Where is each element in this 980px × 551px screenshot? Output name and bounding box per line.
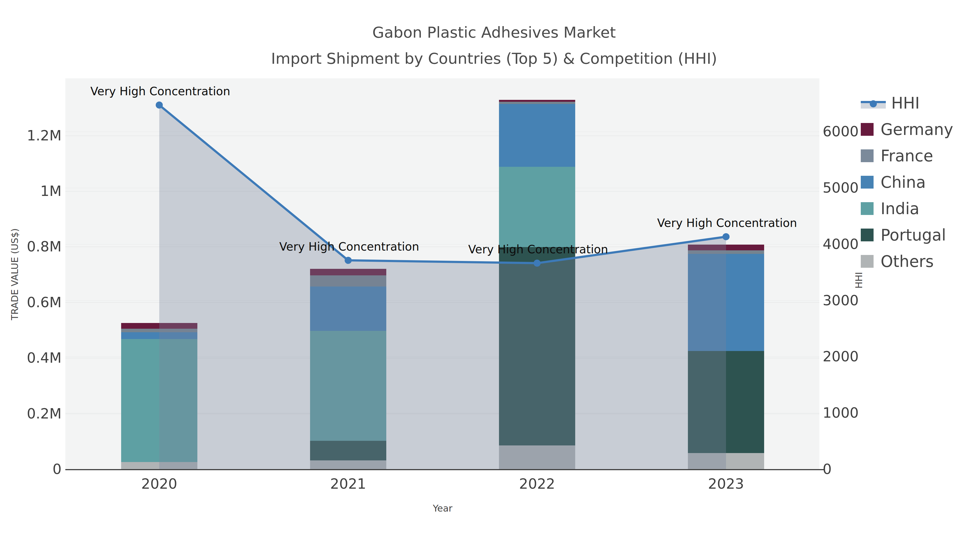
legend-item-portugal[interactable]: Portugal [861,222,953,248]
y-right-tick-5000: 5000 [822,179,859,196]
hhi-point-2020[interactable] [156,102,163,109]
legend-item-france[interactable]: France [861,143,953,169]
x-tick-2023: 2023 [708,476,744,492]
hhi-point-2021[interactable] [345,257,352,264]
y-left-tick-1.2M: 1.2M [27,127,62,144]
legend-item-india[interactable]: India [861,195,953,222]
hhi-line-legend-icon [861,97,886,110]
y-right-tick-2000: 2000 [822,348,859,365]
y-axis-left-title: TRADE VALUE (US$) [9,228,20,320]
annotation-2022: Very High Concentration [468,243,608,256]
y-left-tick-1M: 1M [40,183,62,199]
legend-swatch-portugal [861,229,873,241]
legend-swatch-india [861,202,873,215]
legend-item-china[interactable]: China [861,169,953,195]
legend-swatch-china [861,176,873,189]
hhi-line-marker-dot [870,100,877,108]
annotation-2020: Very High Concentration [91,85,230,98]
x-axis-line [65,469,825,470]
legend-label-germany: Germany [881,120,953,139]
annotation-2023: Very High Concentration [657,216,797,230]
y-right-tick-3000: 3000 [822,292,859,308]
hhi-point-2022[interactable] [533,260,541,267]
y-right-tick-4000: 4000 [822,236,859,252]
legend-label-india: India [881,200,919,218]
legend: HHIGermanyFranceChinaIndiaPortugalOthers [861,90,953,275]
annotation-2021: Very High Concentration [279,240,419,253]
legend-swatch-others [861,255,873,268]
legend-swatch-germany [861,123,873,136]
x-tick-2020: 2020 [141,476,177,492]
chart-root: Gabon Plastic Adhesives Market Import Sh… [0,0,980,551]
y-left-tick-0.2M: 0.2M [27,405,62,422]
legend-swatch-france [861,149,873,162]
hhi-line-layer [0,0,980,551]
hhi-area-fill [159,105,726,469]
y-right-tick-6000: 6000 [822,123,859,140]
y-left-tick-0.6M: 0.6M [27,294,62,310]
legend-label-portugal: Portugal [881,226,946,245]
y-left-tick-0.8M: 0.8M [27,238,62,255]
legend-label-others: Others [881,252,934,271]
hhi-point-2023[interactable] [722,233,730,240]
legend-item-germany[interactable]: Germany [861,116,953,143]
legend-label-france: France [881,147,933,165]
x-tick-2022: 2022 [519,476,555,492]
legend-item-hhi[interactable]: HHI [861,90,953,116]
x-tick-2021: 2021 [330,476,366,492]
y-right-tick-1000: 1000 [822,405,859,421]
legend-label-china: China [881,173,926,192]
legend-item-others[interactable]: Others [861,248,953,275]
y-left-tick-0: 0 [52,461,62,477]
legend-label-hhi: HHI [891,94,920,113]
x-axis-title: Year [433,503,452,514]
y-right-tick-0: 0 [822,461,832,477]
y-left-tick-0.4M: 0.4M [27,349,62,366]
